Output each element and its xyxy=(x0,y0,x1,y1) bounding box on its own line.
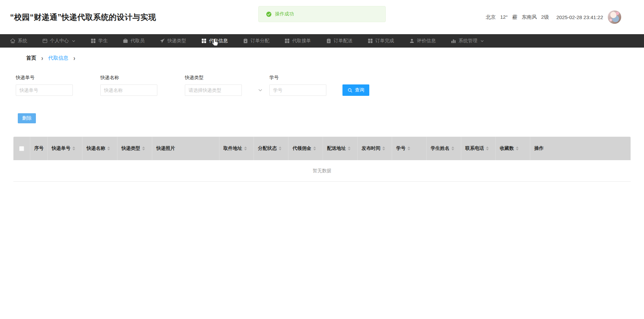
nav-item-label: 代取员 xyxy=(130,38,145,44)
column-label: 快递类型 xyxy=(121,145,140,151)
sort-icon[interactable] xyxy=(516,146,519,150)
sort-icon[interactable] xyxy=(279,146,281,150)
nav-item-express-type[interactable]: 快递类型 xyxy=(160,38,186,44)
nav-item-system[interactable]: 系统 xyxy=(10,38,27,44)
column-label: 联系电话 xyxy=(465,145,484,151)
nav-item-order-complete[interactable]: 订单完成 xyxy=(368,38,394,44)
nav-item-personal-center[interactable]: 个人中心 xyxy=(42,38,75,44)
select-all-checkbox[interactable] xyxy=(19,146,24,151)
column-label: 分配状态 xyxy=(258,145,277,151)
column-header-student-name: 学生姓名 xyxy=(427,137,461,160)
breadcrumb-separator-icon: › xyxy=(41,55,43,62)
nav-item-review-info[interactable]: 评价信息 xyxy=(409,38,436,44)
nav-item-label: 订单配送 xyxy=(334,38,353,44)
breadcrumb: 首页›代取信息› xyxy=(0,48,644,61)
column-label: 快递照片 xyxy=(156,145,175,151)
column-header-express-name: 快递名称 xyxy=(83,137,117,160)
express-type-input[interactable] xyxy=(185,84,242,96)
nav-item-label: 系统管理 xyxy=(459,38,477,44)
send-icon xyxy=(160,38,165,44)
column-header-publish-time: 发布时间 xyxy=(358,137,392,160)
breadcrumb-separator-icon: › xyxy=(73,55,75,62)
weather-condition: 霾 xyxy=(512,14,517,20)
weather-city: 北京 xyxy=(486,14,496,20)
nav-item-order-delivery[interactable]: 订单配送 xyxy=(326,38,353,44)
nav-item-agents[interactable]: 代取员 xyxy=(123,38,145,44)
main-nav: 系统个人中心学生代取员快递类型代取信息订单分配代取接单订单配送订单完成评价信息系… xyxy=(0,34,644,48)
grid-icon xyxy=(284,38,290,44)
sort-icon[interactable] xyxy=(382,146,385,150)
breadcrumb-item-1[interactable]: 代取信息 xyxy=(48,55,68,61)
grid-icon xyxy=(368,38,373,44)
sort-icon[interactable] xyxy=(244,146,247,150)
sort-icon[interactable] xyxy=(486,146,489,150)
current-datetime: 2025-02-28 23:41:22 xyxy=(556,14,603,20)
weather-wind-level: 2级 xyxy=(541,14,549,20)
delete-button[interactable]: 删除 xyxy=(18,113,36,123)
column-label: 学生姓名 xyxy=(431,145,449,151)
filter-input-wrap xyxy=(269,84,326,96)
select-all-cell xyxy=(13,137,30,160)
column-header-express-photo: 快递照片 xyxy=(152,137,219,160)
column-header-favorites: 收藏数 xyxy=(496,137,530,160)
filter-group-tracking-no: 快递单号 xyxy=(16,75,100,96)
tracking-no-input[interactable] xyxy=(16,84,73,96)
column-header-seq: 序号 xyxy=(30,137,48,160)
briefcase-icon xyxy=(123,38,128,44)
chevron-down-icon xyxy=(72,39,75,43)
chevron-down-icon[interactable] xyxy=(258,88,263,92)
filter-group-express-name: 快递名称 xyxy=(100,75,185,96)
sort-icon[interactable] xyxy=(107,146,110,150)
nav-item-label: 快递类型 xyxy=(167,38,186,44)
student-no-input[interactable] xyxy=(269,84,326,96)
table-empty-row: 暂无数据 xyxy=(13,160,631,182)
column-header-phone: 联系电话 xyxy=(461,137,496,160)
sort-icon[interactable] xyxy=(348,146,351,150)
column-header-pickup-address: 取件地址 xyxy=(219,137,254,160)
weather-temperature: 12° xyxy=(500,14,508,20)
nav-item-students[interactable]: 学生 xyxy=(91,38,108,44)
filter-form: 快递单号快递名称快递类型学号查询 xyxy=(0,61,644,96)
sort-icon[interactable] xyxy=(72,146,75,150)
grid-icon xyxy=(91,38,96,44)
nav-item-label: 评价信息 xyxy=(417,38,436,44)
column-header-tracking-no: 快递单号 xyxy=(48,137,83,160)
column-header-assign-status: 分配状态 xyxy=(254,137,288,160)
clipboard-icon xyxy=(326,38,331,44)
sort-icon[interactable] xyxy=(313,146,316,150)
column-label: 快递单号 xyxy=(52,145,70,151)
search-icon xyxy=(347,88,353,93)
toast-text: 操作成功 xyxy=(275,11,294,17)
filter-label-tracking-no: 快递单号 xyxy=(16,75,100,81)
column-header-delivery-address: 配送地址 xyxy=(323,137,358,160)
nav-item-pickup-info[interactable]: 代取信息 xyxy=(201,38,228,44)
sort-icon[interactable] xyxy=(451,146,454,150)
nav-item-order-assign[interactable]: 订单分配 xyxy=(243,38,269,44)
page-title: “校园“财递通”快递代取系统的设计与实现 xyxy=(10,12,156,22)
user-avatar[interactable] xyxy=(608,10,621,24)
home-icon xyxy=(10,38,15,44)
header-right: 北京 12° 霾 东南风 2级 2025-02-28 23:41:22 xyxy=(486,10,621,24)
sort-icon[interactable] xyxy=(142,146,145,150)
clipboard-x-icon xyxy=(243,38,248,44)
data-table: 序号快递单号快递名称快递类型快递照片取件地址分配状态代领佣金配送地址发布时间学号… xyxy=(13,137,631,182)
filter-input-wrap xyxy=(185,84,242,96)
empty-text: 暂无数据 xyxy=(313,168,331,174)
column-label: 学号 xyxy=(396,145,406,151)
nav-item-pickup-accept[interactable]: 代取接单 xyxy=(284,38,311,44)
column-label: 代领佣金 xyxy=(292,145,311,151)
nav-item-label: 代取信息 xyxy=(209,38,228,44)
breadcrumb-item-0[interactable]: 首页 xyxy=(26,55,36,61)
column-header-student-no: 学号 xyxy=(392,137,427,160)
filter-label-student-no: 学号 xyxy=(269,75,326,81)
column-label: 配送地址 xyxy=(327,145,346,151)
grid-icon xyxy=(201,38,207,44)
window-icon xyxy=(42,38,48,44)
search-button[interactable]: 查询 xyxy=(342,84,369,96)
sort-icon[interactable] xyxy=(408,146,410,150)
express-name-input[interactable] xyxy=(100,84,157,96)
column-header-actions: 操作 xyxy=(530,137,631,160)
chart-icon xyxy=(451,38,456,44)
nav-item-label: 系统 xyxy=(18,38,27,44)
nav-item-system-manage[interactable]: 系统管理 xyxy=(451,38,484,44)
